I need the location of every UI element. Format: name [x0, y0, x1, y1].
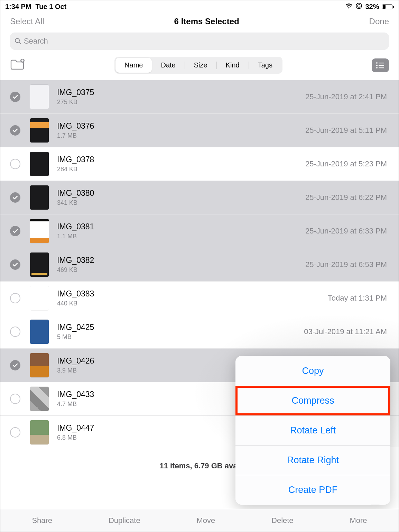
selection-checkbox[interactable]	[10, 159, 20, 169]
file-date: 25-Jun-2019 at 2:41 PM	[305, 92, 389, 101]
popover-rotate-right[interactable]: Rotate Right	[235, 445, 390, 475]
file-thumbnail	[30, 85, 49, 109]
svg-point-4	[376, 62, 378, 64]
file-name: IMG_0380	[57, 189, 305, 198]
list-icon	[376, 62, 385, 69]
file-size: 440 KB	[57, 300, 328, 307]
svg-line-2	[19, 42, 21, 44]
file-thumbnail	[30, 219, 49, 243]
selection-checkbox[interactable]	[10, 327, 20, 337]
selection-checkbox[interactable]	[10, 192, 20, 203]
sort-segmented-control: NameDateSizeKindTags	[114, 57, 282, 74]
popover-rotate-left[interactable]: Rotate Left	[235, 415, 390, 445]
selection-checkbox[interactable]	[10, 92, 20, 102]
file-date: 03-Jul-2019 at 11:21 AM	[304, 327, 389, 336]
file-size: 469 KB	[57, 266, 305, 274]
file-date: 25-Jun-2019 at 6:53 PM	[305, 260, 389, 269]
file-row[interactable]: IMG_03811.1 MB25-Jun-2019 at 6:33 PM	[0, 214, 399, 248]
file-thumbnail	[30, 320, 49, 344]
duplicate-button[interactable]: Duplicate	[109, 516, 140, 525]
file-date: Today at 1:31 PM	[328, 294, 389, 303]
file-thumbnail	[30, 286, 49, 310]
file-row[interactable]: IMG_0380341 KB25-Jun-2019 at 6:22 PM	[0, 181, 399, 214]
done-button[interactable]: Done	[369, 17, 389, 26]
page-title: 6 Items Selected	[174, 17, 239, 26]
status-date: Tue 1 Oct	[36, 3, 67, 11]
selection-checkbox[interactable]	[10, 394, 20, 404]
sort-tags[interactable]: Tags	[249, 58, 281, 73]
selection-checkbox[interactable]	[10, 226, 20, 236]
file-date: 25-Jun-2019 at 6:22 PM	[305, 193, 389, 202]
search-placeholder: Search	[24, 37, 48, 46]
file-thumbnail	[30, 420, 49, 444]
file-name: IMG_0376	[57, 121, 305, 131]
selection-checkbox[interactable]	[10, 293, 20, 303]
battery-percent: 32%	[365, 3, 379, 11]
file-name: IMG_0375	[57, 88, 305, 97]
search-icon	[14, 37, 22, 45]
battery-icon	[382, 4, 394, 9]
nav-header: Select All 6 Items Selected Done	[0, 12, 399, 33]
view-toggle-button[interactable]	[372, 58, 389, 72]
file-row[interactable]: IMG_03761.7 MB25-Jun-2019 at 5:11 PM	[0, 113, 399, 147]
sort-date[interactable]: Date	[152, 58, 184, 73]
more-actions-popover: CopyCompressRotate LeftRotate RightCreat…	[235, 356, 390, 505]
status-bar: 1:34 PM Tue 1 Oct 32%	[0, 0, 399, 12]
file-date: 25-Jun-2019 at 5:11 PM	[305, 126, 389, 135]
popover-compress[interactable]: Compress	[235, 386, 390, 415]
file-name: IMG_0425	[57, 323, 304, 332]
file-name: IMG_0383	[57, 289, 328, 299]
selection-checkbox[interactable]	[10, 360, 20, 370]
file-thumbnail	[30, 118, 49, 143]
file-size: 275 KB	[57, 99, 305, 106]
selection-checkbox[interactable]	[10, 427, 20, 438]
file-thumbnail	[30, 152, 49, 176]
file-thumbnail	[30, 353, 49, 377]
file-size: 341 KB	[57, 199, 305, 207]
sort-size[interactable]: Size	[185, 58, 216, 73]
bottom-toolbar: Share Duplicate Move Delete More	[0, 509, 399, 532]
svg-point-6	[376, 65, 378, 66]
file-row[interactable]: IMG_04255 MB03-Jul-2019 at 11:21 AM	[0, 315, 399, 348]
file-name: IMG_0381	[57, 222, 305, 231]
status-time: 1:34 PM	[5, 3, 31, 11]
svg-rect-7	[379, 65, 384, 66]
file-size: 1.7 MB	[57, 132, 305, 139]
popover-create-pdf[interactable]: Create PDF	[235, 475, 390, 505]
new-folder-button[interactable]	[10, 59, 25, 72]
selection-checkbox[interactable]	[10, 125, 20, 136]
file-thumbnail	[30, 185, 49, 210]
svg-point-8	[376, 67, 378, 68]
rotation-lock-icon	[355, 2, 362, 11]
file-date: 25-Jun-2019 at 5:23 PM	[305, 159, 389, 168]
file-thumbnail	[30, 253, 49, 277]
svg-rect-5	[379, 63, 384, 63]
file-size: 5 MB	[57, 333, 304, 341]
svg-rect-9	[379, 67, 384, 68]
more-button[interactable]: More	[350, 516, 367, 525]
file-row[interactable]: IMG_0378284 KB25-Jun-2019 at 5:23 PM	[0, 147, 399, 181]
sort-name[interactable]: Name	[115, 58, 152, 73]
file-size: 284 KB	[57, 166, 305, 173]
search-input[interactable]: Search	[10, 33, 389, 50]
move-button[interactable]: Move	[196, 516, 215, 525]
file-row[interactable]: IMG_0383440 KBToday at 1:31 PM	[0, 281, 399, 315]
share-button[interactable]: Share	[32, 516, 52, 525]
popover-copy[interactable]: Copy	[235, 356, 390, 386]
file-thumbnail	[30, 387, 49, 411]
selection-checkbox[interactable]	[10, 259, 20, 270]
file-name: IMG_0378	[57, 155, 305, 164]
sort-kind[interactable]: Kind	[217, 58, 249, 73]
file-name: IMG_0382	[57, 256, 305, 265]
wifi-icon	[345, 3, 353, 11]
file-row[interactable]: IMG_0375275 KB25-Jun-2019 at 2:41 PM	[0, 80, 399, 113]
file-date: 25-Jun-2019 at 6:33 PM	[305, 227, 389, 236]
delete-button[interactable]: Delete	[271, 516, 294, 525]
file-row[interactable]: IMG_0382469 KB25-Jun-2019 at 6:53 PM	[0, 248, 399, 281]
select-all-button[interactable]: Select All	[10, 17, 44, 26]
file-size: 1.1 MB	[57, 233, 305, 240]
